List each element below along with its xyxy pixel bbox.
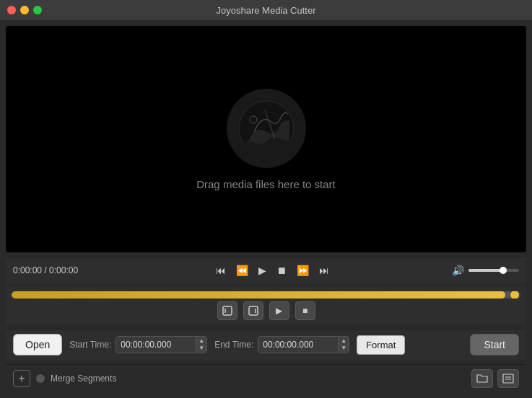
timeline-fill [12,291,505,298]
end-time-increment[interactable]: ▲ [339,337,349,345]
list-icon-button[interactable] [497,369,519,388]
volume-area: 🔊 [452,265,519,276]
bottom-controls: Open Start Time: ▲ ▼ End Time: ▲ ▼ Forma… [6,329,526,360]
volume-icon: 🔊 [452,265,464,276]
segment-controls: ▶ ■ [12,298,520,322]
step-forward-button[interactable]: ⏩ [294,263,312,278]
step-back-button[interactable]: ⏪ [233,263,251,278]
end-time-label: End Time: [214,340,253,350]
skip-to-end-button[interactable]: ⏭ [316,263,332,278]
footer-right [471,369,519,388]
minimize-button[interactable] [20,6,29,14]
svg-rect-3 [223,306,232,315]
timeline-section: ▶ ■ [6,287,526,324]
timeline-thumb [510,291,519,298]
open-button[interactable]: Open [13,334,62,355]
svg-rect-5 [249,306,258,315]
start-time-group: Start Time: ▲ ▼ [69,336,207,353]
end-time-decrement[interactable]: ▼ [339,345,349,352]
video-area[interactable]: Drag media files here to start [6,26,526,252]
footer-bar: + Merge Segments [6,364,526,392]
skip-to-start-button[interactable]: ⏮ [213,263,229,278]
play-segment-button[interactable]: ▶ [269,301,289,320]
add-segment-button[interactable]: + [13,370,30,387]
stop-button[interactable]: ⏹ [274,263,289,278]
merge-indicator [36,374,45,383]
folder-icon-button[interactable] [471,369,493,388]
play-button[interactable]: ▶ [256,263,269,278]
volume-slider[interactable] [468,269,519,272]
merge-label: Merge Segments [51,373,116,384]
set-end-marker-button[interactable] [243,301,263,320]
format-button[interactable]: Format [357,335,405,355]
end-time-spinner: ▲ ▼ [338,337,349,352]
set-start-marker-button[interactable] [217,301,237,320]
close-button[interactable] [7,6,16,14]
end-time-group: End Time: ▲ ▼ [214,336,349,353]
start-time-input-wrap: ▲ ▼ [115,336,207,353]
end-time-input-wrap: ▲ ▼ [258,336,349,353]
stop-segment-button[interactable]: ■ [295,301,315,320]
app-title: Joyoshare Media Cutter [216,5,315,16]
start-time-input[interactable] [116,337,196,353]
drag-text: Drag media files here to start [196,178,336,190]
main-content: Drag media files here to start 0:00:00 /… [0,20,532,398]
start-time-increment[interactable]: ▲ [196,337,206,345]
start-button[interactable]: Start [470,334,519,355]
end-time-input[interactable] [258,337,338,353]
start-time-label: Start Time: [69,340,111,350]
playback-controls: ⏮ ⏪ ▶ ⏹ ⏩ ⏭ [98,263,446,278]
time-display: 0:00:00 / 0:00:00 [13,265,92,275]
playback-bar: 0:00:00 / 0:00:00 ⏮ ⏪ ▶ ⏹ ⏩ ⏭ 🔊 [6,257,526,283]
timeline-track[interactable] [12,291,520,298]
start-time-spinner: ▲ ▼ [196,337,206,352]
window-controls [7,6,42,14]
title-bar: Joyoshare Media Cutter [0,0,532,20]
svg-rect-7 [503,374,513,383]
maximize-button[interactable] [33,6,42,14]
volume-thumb [500,267,507,274]
footer-left: + Merge Segments [13,370,116,387]
start-time-decrement[interactable]: ▼ [196,345,206,352]
video-placeholder-icon [227,89,306,168]
